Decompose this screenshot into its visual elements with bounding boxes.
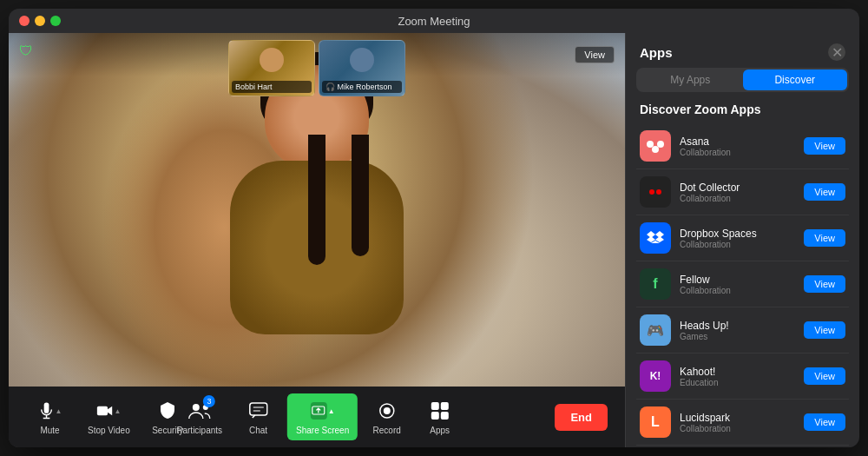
view-app-button[interactable]: View xyxy=(804,367,845,385)
app-item: m Miro Collaboration View xyxy=(636,446,849,447)
app-info: Heads Up! Games xyxy=(680,320,804,341)
app-info: Dropbox Spaces Collaboration xyxy=(680,228,804,249)
app-info: Fellow Collaboration xyxy=(680,274,804,295)
participants-button[interactable]: 3 Participants xyxy=(170,393,229,440)
thumbnail-mike[interactable]: 🎧 Mike Robertson xyxy=(319,40,405,96)
chat-icon xyxy=(247,399,271,423)
end-button[interactable]: End xyxy=(555,404,608,431)
minimize-traffic-light[interactable] xyxy=(35,16,45,26)
app-info: Lucidspark Collaboration xyxy=(680,412,804,433)
mute-label: Mute xyxy=(40,426,59,435)
video-icon: ▲ xyxy=(96,399,121,423)
view-app-button[interactable]: View xyxy=(804,413,845,431)
view-app-button[interactable]: View xyxy=(804,183,845,201)
window-title: Zoom Meeting xyxy=(398,15,470,28)
app-item: Dot Collector Collaboration View xyxy=(636,169,849,215)
svg-rect-11 xyxy=(431,402,439,410)
view-app-button[interactable]: View xyxy=(804,275,845,293)
record-label: Record xyxy=(373,426,401,435)
app-icon-dropbox xyxy=(640,222,671,254)
title-bar: Zoom Meeting xyxy=(9,9,859,33)
app-category: Education xyxy=(680,378,804,387)
app-item: K! Kahoot! Education View xyxy=(636,354,849,400)
svg-rect-5 xyxy=(250,403,267,415)
app-name: Lucidspark xyxy=(680,412,804,424)
mute-icon: ▲ xyxy=(38,399,62,423)
shield-icon: 🛡 xyxy=(19,43,33,59)
view-app-button[interactable]: View xyxy=(804,229,845,247)
participants-icon: 3 xyxy=(187,399,212,423)
svg-point-19 xyxy=(656,189,661,195)
chat-label: Chat xyxy=(249,426,267,435)
apps-icon xyxy=(428,399,452,423)
meeting-area: 🛡 Bobbi Hart 🎧 Mike Robertson View xyxy=(9,33,625,447)
app-category: Games xyxy=(680,332,804,341)
app-icon-dot xyxy=(640,176,671,208)
app-category: Collaboration xyxy=(680,286,804,295)
presenter-figure xyxy=(195,65,438,343)
participant-thumbnails: Bobbi Hart 🎧 Mike Robertson xyxy=(228,40,405,96)
svg-point-16 xyxy=(647,141,654,148)
app-item: Dropbox Spaces Collaboration View xyxy=(636,215,849,261)
apps-list: Asana Collaboration View Dot Collector C… xyxy=(626,123,859,447)
share-screen-button[interactable]: ▲ Share Screen xyxy=(287,393,358,440)
app-icon-fellow: f xyxy=(640,268,671,300)
app-item: L Lucidspark Collaboration View xyxy=(636,400,849,446)
chat-button[interactable]: Chat xyxy=(234,393,282,440)
svg-point-15 xyxy=(652,146,659,153)
presenter-hair-left xyxy=(308,135,326,265)
apps-label: Apps xyxy=(430,426,450,435)
app-name: Kahoot! xyxy=(680,366,804,378)
thumbnail-label-bobbi: Bobbi Hart xyxy=(232,81,312,93)
apps-button[interactable]: Apps xyxy=(416,393,464,440)
svg-rect-12 xyxy=(441,402,449,410)
main-area: 🛡 Bobbi Hart 🎧 Mike Robertson View xyxy=(9,33,859,447)
app-name: Heads Up! xyxy=(680,320,804,332)
svg-point-18 xyxy=(649,189,654,195)
bottom-toolbar: ▲ Mute ▲ xyxy=(9,387,625,447)
app-item: 🎮 Heads Up! Games View xyxy=(636,307,849,354)
app-icon-kahoot: K! xyxy=(640,360,671,392)
toolbar-wrapper: ▲ Mute ▲ xyxy=(26,387,608,447)
app-item: Asana Collaboration View xyxy=(636,123,849,169)
app-name: Fellow xyxy=(680,274,804,286)
share-screen-label: Share Screen xyxy=(296,426,349,435)
svg-rect-14 xyxy=(441,412,449,420)
stop-video-label: Stop Video xyxy=(88,426,130,435)
toolbar-left: ▲ Mute ▲ xyxy=(26,393,192,440)
participants-count: 3 xyxy=(203,395,215,407)
panel-header: Apps ✕ xyxy=(626,33,859,68)
tab-my-apps[interactable]: My Apps xyxy=(638,69,743,90)
thumbnail-bobbi[interactable]: Bobbi Hart xyxy=(228,40,315,96)
stop-video-button[interactable]: ▲ Stop Video xyxy=(81,393,137,440)
view-app-button[interactable]: View xyxy=(804,137,845,155)
toolbar-center: 3 Participants xyxy=(170,393,464,440)
app-category: Collaboration xyxy=(680,424,804,433)
app-name: Dot Collector xyxy=(680,182,804,194)
mute-button[interactable]: ▲ Mute xyxy=(26,393,74,440)
app-name: Dropbox Spaces xyxy=(680,228,804,240)
fullscreen-traffic-light[interactable] xyxy=(50,16,61,26)
app-info: Asana Collaboration xyxy=(680,135,804,157)
panel-title: Apps xyxy=(640,45,673,60)
record-button[interactable]: Record xyxy=(363,393,411,440)
presenter-hair-right xyxy=(352,135,369,256)
thumbnail-label-mike: 🎧 Mike Robertson xyxy=(322,81,402,93)
panel-tabs: My Apps Discover xyxy=(636,68,849,92)
app-item: f Fellow Collaboration View xyxy=(636,261,849,307)
app-info: Kahoot! Education xyxy=(680,366,804,387)
app-icon-headsup: 🎮 xyxy=(640,314,671,346)
toolbar-right: End xyxy=(555,404,608,431)
svg-rect-2 xyxy=(97,406,108,415)
traffic-lights xyxy=(19,16,61,26)
svg-point-3 xyxy=(193,404,200,411)
apps-panel: Apps ✕ My Apps Discover Discover Zoom Ap… xyxy=(625,33,859,447)
view-app-button[interactable]: View xyxy=(804,321,845,339)
view-button[interactable]: View xyxy=(575,46,615,63)
app-icon-lucidspark: L xyxy=(640,406,671,438)
panel-close-button[interactable]: ✕ xyxy=(828,43,845,61)
tab-discover[interactable]: Discover xyxy=(743,69,848,90)
app-icon-asana xyxy=(640,130,671,162)
close-traffic-light[interactable] xyxy=(19,16,30,26)
share-screen-icon: ▲ xyxy=(311,399,335,423)
